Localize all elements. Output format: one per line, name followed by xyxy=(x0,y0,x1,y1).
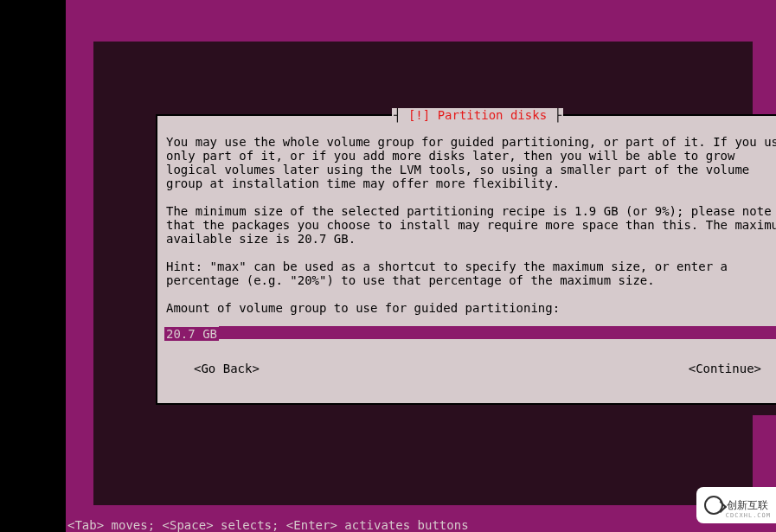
go-back-button[interactable]: <Go Back> xyxy=(194,362,260,375)
partition-dialog: ┤ [!] Partition disks ├ You may use the … xyxy=(156,114,776,405)
dialog-paragraph-3: Hint: "max" can be used as a shortcut to… xyxy=(166,260,776,287)
dialog-paragraph-2: The minimum size of the selected partiti… xyxy=(166,204,776,246)
watermark-logo-icon xyxy=(704,496,723,515)
continue-button[interactable]: <Continue> xyxy=(689,362,761,375)
input-prompt: Amount of volume group to use for guided… xyxy=(166,301,776,315)
button-row: <Go Back> <Continue> xyxy=(166,362,776,375)
input-fill xyxy=(219,326,776,340)
watermark-badge: 创新互联 CDCXHL.COM xyxy=(696,487,776,523)
dialog-title-bar: ┤ [!] Partition disks ├ xyxy=(157,108,776,122)
dialog-content: You may use the whole volume group for g… xyxy=(157,116,776,384)
dialog-title: ┤ [!] Partition disks ├ xyxy=(392,108,563,122)
help-bar: <Tab> moves; <Space> selects; <Enter> ac… xyxy=(66,518,776,532)
watermark-subtext: CDCXHL.COM xyxy=(726,509,771,522)
volume-size-input[interactable]: 20.7 GB xyxy=(164,327,776,341)
dialog-paragraph-1: You may use the whole volume group for g… xyxy=(166,135,776,190)
volume-size-value: 20.7 GB xyxy=(164,327,219,341)
installer-screen: ┤ [!] Partition disks ├ You may use the … xyxy=(66,0,776,532)
